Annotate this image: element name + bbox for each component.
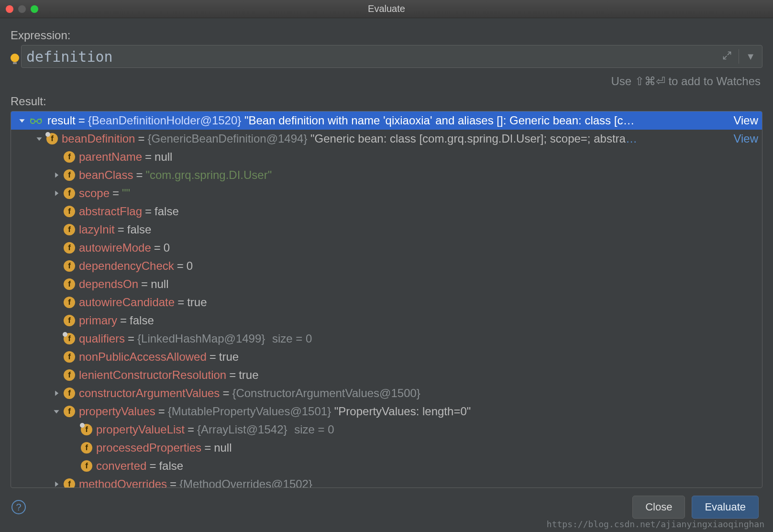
evaluate-button[interactable]: Evaluate — [692, 496, 759, 519]
tree-row[interactable]: fnonPublicAccessAllowed=true — [11, 348, 762, 366]
field-badge-icon: f — [64, 188, 75, 199]
tree-row[interactable]: fdependencyCheck=0 — [11, 257, 762, 275]
tree-row[interactable]: fscope="" — [11, 184, 762, 202]
tree-node-content: lazyInit=false — [79, 223, 758, 236]
tree-node-content: scope="" — [79, 187, 758, 200]
field-badge-icon: f — [64, 242, 75, 254]
type-ref: {LinkedHashMap@1499} — [137, 332, 265, 345]
disclosure-open-icon[interactable] — [17, 115, 27, 126]
field-badge-icon: f — [64, 169, 75, 181]
help-icon[interactable]: ? — [11, 500, 26, 514]
tree-row[interactable]: fparentName=null — [11, 148, 762, 166]
titlebar: Evaluate — [0, 0, 773, 18]
tree-row[interactable]: flenientConstructorResolution=true — [11, 366, 762, 384]
tree-row[interactable]: fconstructorArgumentValues={ConstructorA… — [11, 384, 762, 402]
type-ref: {BeanDefinitionHolder@1520} — [88, 114, 242, 127]
tree-row[interactable]: fpropertyValues={MutablePropertyValues@1… — [11, 402, 762, 421]
tree-row[interactable]: fpropertyValueList={ArrayList@1542} size… — [11, 421, 762, 439]
field-value: false — [155, 205, 179, 218]
tree-row[interactable]: fautowireMode=0 — [11, 239, 762, 257]
expression-input[interactable] — [22, 48, 718, 65]
type-ref: {MutablePropertyValues@1501} — [168, 405, 331, 418]
tree-row[interactable]: fbeanDefinition={GenericBeanDefinition@1… — [11, 130, 762, 148]
field-value: false — [127, 223, 152, 236]
expression-row: ▼ — [11, 45, 762, 68]
watches-hint: Use ⇧⌘⏎ to add to Watches — [11, 75, 761, 88]
window-close-button[interactable] — [6, 5, 13, 13]
tree-node-content: constructorArgumentValues={ConstructorAr… — [79, 387, 758, 400]
field-name: abstractFlag — [79, 205, 142, 218]
window-maximize-button[interactable] — [31, 5, 38, 13]
field-badge-icon: f — [64, 478, 75, 488]
disclosure-closed-icon[interactable] — [51, 188, 62, 199]
field-name: lazyInit — [79, 223, 115, 236]
field-badge-icon: f — [64, 333, 75, 344]
disclosure-open-icon[interactable] — [51, 406, 62, 417]
field-badge-icon: f — [64, 297, 75, 308]
equals-sign: = — [145, 150, 152, 163]
tree-row[interactable]: fprimary=false — [11, 311, 762, 330]
equals-sign: = — [145, 205, 152, 218]
tree-row[interactable]: fabstractFlag=false — [11, 202, 762, 221]
trail-info: size = 0 — [291, 423, 334, 436]
disclosure-closed-icon[interactable] — [51, 388, 62, 399]
tree-row[interactable]: fdependsOn=null — [11, 275, 762, 293]
tree-row[interactable]: fbeanClass="com.grq.spring.DI.User" — [11, 166, 762, 184]
tree-node-content: primary=false — [79, 314, 758, 327]
expand-icon[interactable] — [718, 49, 736, 65]
divider — [739, 49, 739, 64]
field-name: methodOverrides — [79, 477, 167, 488]
tree-row[interactable]: fmethodOverrides={MethodOverrides@1502} — [11, 475, 762, 488]
equals-sign: = — [149, 459, 156, 472]
history-dropdown-icon[interactable]: ▼ — [742, 49, 759, 64]
equals-sign: = — [204, 441, 211, 454]
result-tree[interactable]: result={BeanDefinitionHolder@1520} "Bean… — [11, 111, 762, 488]
tree-row[interactable]: fqualifiers={LinkedHashMap@1499} size = … — [11, 330, 762, 348]
window-minimize-button[interactable] — [18, 5, 26, 13]
intention-bulb-icon[interactable] — [11, 54, 19, 62]
equals-sign: = — [128, 332, 134, 345]
tree-row[interactable]: fconverted=false — [11, 457, 762, 475]
field-badge-icon: f — [81, 442, 92, 454]
field-name: constructorArgumentValues — [79, 387, 220, 399]
field-name: propertyValues — [79, 405, 155, 418]
traffic-lights — [6, 5, 38, 13]
view-link[interactable]: View — [728, 132, 758, 145]
field-badge-icon: f — [46, 133, 58, 144]
field-badge-icon: f — [64, 388, 75, 399]
close-button[interactable]: Close — [632, 496, 685, 519]
field-name: primary — [79, 314, 117, 327]
disclosure-closed-icon[interactable] — [51, 479, 62, 488]
field-value: false — [130, 314, 154, 327]
disclosure-open-icon[interactable] — [34, 133, 44, 144]
tree-node-content: parentName=null — [79, 150, 758, 164]
tree-row[interactable]: fautowireCandidate=true — [11, 293, 762, 311]
tree-node-content: qualifiers={LinkedHashMap@1499} size = 0 — [79, 332, 758, 345]
field-badge-icon: f — [64, 260, 75, 272]
field-value: null — [155, 150, 172, 163]
tree-row[interactable]: fprocessedProperties=null — [11, 439, 762, 457]
tree-node-content: beanClass="com.grq.spring.DI.User" — [79, 168, 758, 182]
field-value: null — [214, 441, 232, 454]
equals-sign: = — [136, 168, 143, 181]
disclosure-closed-icon[interactable] — [51, 170, 62, 180]
equals-sign: = — [210, 350, 216, 363]
equals-sign: = — [188, 423, 194, 436]
view-link[interactable]: View — [728, 114, 758, 127]
field-name: result — [47, 114, 76, 127]
type-ref: {ConstructorArgumentValues@1500} — [232, 387, 420, 399]
field-value: "Generic bean: class [com.grq.spring.DI.… — [310, 132, 626, 145]
tree-row[interactable]: flazyInit=false — [11, 221, 762, 239]
field-badge-icon: f — [81, 460, 92, 472]
field-value: 0 — [187, 259, 193, 272]
tree-row[interactable]: result={BeanDefinitionHolder@1520} "Bean… — [11, 111, 762, 130]
equals-sign: = — [229, 368, 236, 381]
expression-label: Expression: — [11, 29, 762, 42]
equals-sign: = — [222, 387, 229, 399]
tree-node-content: autowireCandidate=true — [79, 296, 758, 309]
tree-node-content: result={BeanDefinitionHolder@1520} "Bean… — [47, 114, 728, 127]
field-value: 0 — [164, 241, 170, 254]
field-name: lenientConstructorResolution — [79, 368, 226, 381]
tree-node-content: processedProperties=null — [96, 441, 758, 454]
dialog-footer: ? Close Evaluate — [11, 488, 762, 532]
